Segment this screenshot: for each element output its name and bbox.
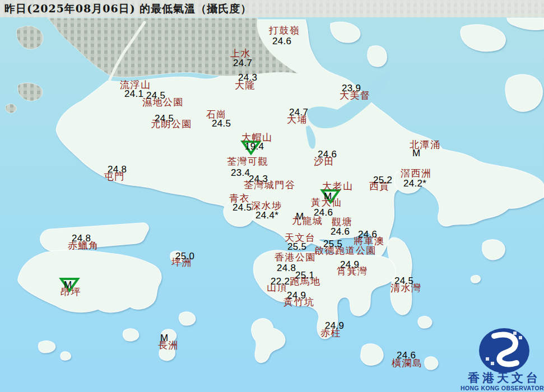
- station-value: 24.3: [249, 174, 268, 184]
- hko-min-temp-map-screenshot: 香港天文台 HONG KONG OBSERVATORY 昨日(2025年08月0…: [0, 0, 544, 392]
- station-value: M: [64, 280, 72, 290]
- station-value: 24.5: [146, 91, 165, 100]
- station-value: 24.4*: [255, 211, 278, 220]
- station-name: 深水埗: [251, 201, 282, 211]
- station-value: 24.6: [397, 351, 416, 360]
- station-name: 上水: [230, 49, 251, 58]
- station-value: 22.2: [271, 277, 290, 286]
- station-value: 25.0: [175, 251, 194, 261]
- station-value: 24.5: [212, 119, 231, 128]
- station-value: 24.6: [331, 227, 350, 236]
- station-value: 24.3: [238, 73, 257, 82]
- station-value: 24.5: [155, 114, 174, 123]
- station-name: 觀塘: [332, 217, 352, 227]
- station-value: 24.7: [289, 108, 308, 117]
- station-value: 24.9: [325, 321, 344, 330]
- station-value: 25.2: [373, 175, 392, 185]
- station-name: 打鼓嶺: [269, 26, 300, 35]
- station-name: 荃灣可觀: [227, 157, 268, 166]
- station-value: 25.5: [287, 242, 306, 251]
- station-value: 24.6: [272, 36, 291, 46]
- station-value: 25.1: [295, 270, 314, 280]
- station-value: 24.8: [277, 263, 296, 273]
- station-value: 24.6: [318, 150, 337, 159]
- station-name: 黃大仙: [311, 198, 342, 207]
- station-value: 24.9: [340, 260, 359, 269]
- station-name: 大老山: [322, 181, 354, 191]
- station-value: 25.5: [323, 239, 342, 249]
- station-value: 24.2*: [403, 179, 426, 188]
- station-value: 24.7: [233, 58, 252, 68]
- station-value: M: [296, 212, 304, 221]
- station-value: 23.4: [231, 168, 250, 178]
- station-value: 24.1: [124, 89, 143, 99]
- station-value: 24.5: [233, 203, 252, 212]
- station-value: M: [160, 333, 168, 343]
- station-value: 24.5: [394, 276, 413, 286]
- station-value: 24.8: [108, 165, 127, 174]
- station-value: 24.8: [72, 234, 91, 243]
- station-value: 24.9: [287, 291, 306, 300]
- station-name: 滘西洲: [401, 169, 432, 178]
- station-value: 24.6: [358, 230, 377, 239]
- station-value: 23.9: [342, 83, 361, 93]
- stations-layer: 打鼓嶺24.6上水24.7大隴24.3大美督23.9流浮山24.1濕地公園24.…: [0, 0, 544, 392]
- station-value: 19.4: [245, 142, 264, 151]
- station-name: 香港公園: [275, 253, 316, 262]
- station-value: M: [412, 148, 420, 158]
